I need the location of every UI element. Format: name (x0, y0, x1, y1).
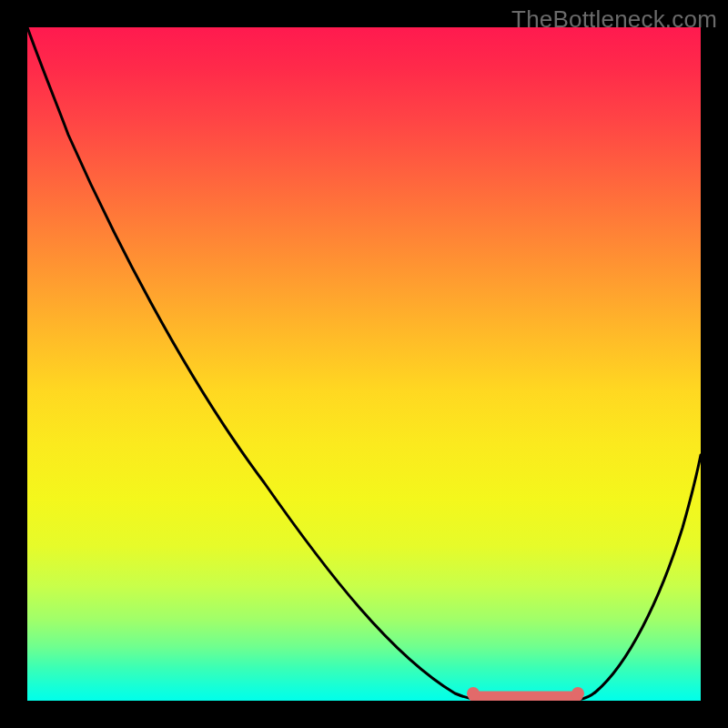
highlight-dot-left (467, 687, 480, 700)
bottleneck-curve (27, 27, 701, 700)
highlight-dot-right (571, 687, 584, 700)
watermark-text: TheBottleneck.com (511, 5, 717, 34)
chart-container: TheBottleneck.com (0, 0, 728, 728)
curve-layer (27, 27, 701, 701)
plot-area (27, 27, 701, 701)
